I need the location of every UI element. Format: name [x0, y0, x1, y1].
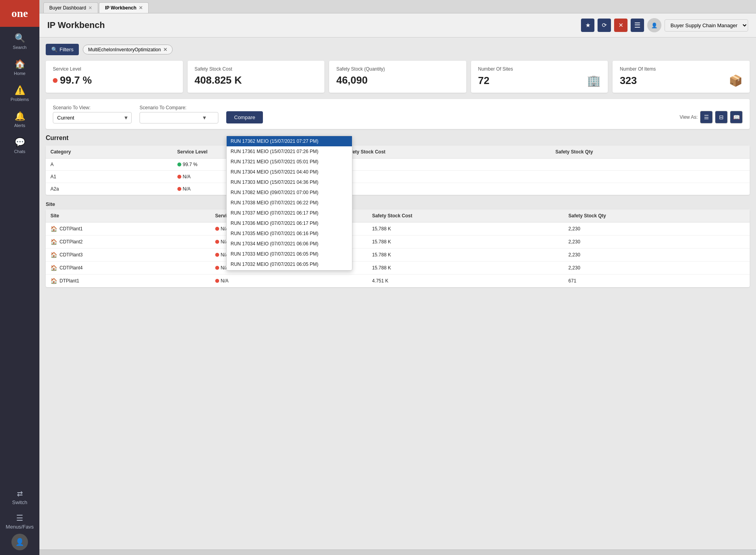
header-actions: ★ ⟳ ✕ ☰ 👤 Buyer Supply Chain Manager: [581, 18, 748, 32]
kpi-label: Number Of Items: [620, 66, 743, 72]
sidebar-item-menus[interactable]: ☰ Menus/Favs: [0, 509, 39, 534]
user-avatar-header[interactable]: 👤: [647, 18, 661, 32]
dropdown-item[interactable]: RUN 17037 MEIO (07/07/2021 06:17 PM): [227, 208, 352, 218]
active-filter-tag: MultiEchelonInventoryOptimization ✕: [83, 45, 173, 54]
scenario-compare-label: Scenario To Compare:: [140, 105, 218, 110]
star-button[interactable]: ★: [581, 19, 594, 32]
switch-label: Switch: [12, 499, 27, 505]
cell-safety-qty: [551, 183, 750, 195]
kpi-value: 323 📦: [620, 74, 743, 87]
cell-site: 🏠 CDTPlant4: [46, 262, 210, 275]
kpi-number: 408.825 K: [195, 74, 242, 86]
table-row: 🏠 CDTPlant4 N/A 15.788 K 2,230: [46, 262, 750, 275]
sidebar: one 🔍 Search 🏠 Home ⚠️ Problems 🔔 Alerts…: [0, 0, 39, 555]
cell-safety-qty: 2,230: [564, 235, 750, 249]
kpi-label: Safety Stock Cost: [195, 66, 318, 72]
menu-button[interactable]: ☰: [631, 19, 644, 32]
dropdown-item[interactable]: RUN 17031 MEIO (07/07/2021 06:04 PM): [227, 269, 352, 270]
dropdown-item[interactable]: RUN 17082 MEIO (09/07/2021 07:00 PM): [227, 187, 352, 198]
cell-site: 🏠 CDTPlant2: [46, 235, 210, 249]
user-avatar[interactable]: 👤: [11, 534, 28, 550]
filter-bar: 🔍 Filters MultiEchelonInventoryOptimizat…: [46, 44, 750, 55]
scenario-view-select[interactable]: Current: [53, 112, 132, 123]
refresh-button[interactable]: ⟳: [598, 19, 611, 32]
site-home-icon: 🏠: [50, 265, 57, 271]
dropdown-item[interactable]: RUN 17035 MEIO (07/07/2021 06:16 PM): [227, 228, 352, 239]
cell-safety-cost: 15.788 K: [367, 249, 564, 262]
site-table: Site Service Level Safety Stock Cost Saf…: [46, 209, 750, 287]
building-icon: 🏢: [587, 74, 601, 87]
view-list-button[interactable]: ☰: [700, 111, 713, 123]
status-dot: [215, 240, 219, 244]
tab-buyer-dashboard[interactable]: Buyer Dashboard ✕: [43, 2, 98, 13]
kpi-safety-stock-qty: Safety Stock (Quantity) 46,090: [329, 61, 466, 93]
scenario-bar: Scenario To View: Current ▼ Scenario To …: [46, 99, 750, 129]
app-logo[interactable]: one: [0, 0, 39, 27]
col-header-safety-qty: Safety Stock Qty: [551, 146, 750, 159]
cell-safety-cost: [341, 159, 551, 171]
dropdown-item[interactable]: RUN 17304 MEIO (15/07/2021 04:40 PM): [227, 167, 352, 177]
table-row: A1 N/A: [46, 171, 750, 183]
user-role-select[interactable]: Buyer Supply Chain Manager: [665, 19, 748, 32]
menus-label: Menus/Favs: [6, 524, 34, 530]
kpi-service-level: Service Level 99.7 %: [46, 61, 183, 93]
filter-label: Filters: [60, 47, 73, 52]
col-header-category: Category: [46, 146, 173, 159]
kpi-number: 323: [620, 75, 637, 87]
remove-filter-icon[interactable]: ✕: [163, 47, 168, 52]
filter-tag-label: MultiEchelonInventoryOptimization: [88, 47, 161, 52]
sidebar-item-switch[interactable]: ⇄ Switch: [0, 486, 39, 509]
dropdown-item[interactable]: RUN 17038 MEIO (07/07/2021 06:22 PM): [227, 198, 352, 208]
cell-safety-qty: 2,230: [564, 222, 750, 235]
dropdown-item[interactable]: RUN 17034 MEIO (07/07/2021 06:06 PM): [227, 239, 352, 249]
sidebar-item-label: Search: [13, 45, 27, 50]
horizontal-scrollbar[interactable]: [39, 549, 756, 555]
dropdown-item[interactable]: RUN 17303 MEIO (15/07/2021 04:36 PM): [227, 177, 352, 187]
kpi-value: 72 🏢: [478, 74, 601, 87]
tab-bar: Buyer Dashboard ✕ IP Workbench ✕: [39, 0, 756, 13]
compare-button[interactable]: Compare: [226, 111, 263, 123]
status-dot: [215, 227, 219, 231]
cell-safety-qty: [551, 159, 750, 171]
sidebar-item-search[interactable]: 🔍 Search: [0, 28, 39, 54]
dropdown-item[interactable]: RUN 17036 MEIO (07/07/2021 06:17 PM): [227, 218, 352, 228]
cell-safety-cost: [341, 171, 551, 183]
status-dot: [177, 163, 181, 166]
dropdown-item[interactable]: RUN 17033 MEIO (07/07/2021 06:05 PM): [227, 249, 352, 259]
main-content: Buyer Dashboard ✕ IP Workbench ✕ IP Work…: [39, 0, 756, 555]
table-row: 🏠 CDTPlant3 N/A 15.788 K 2,230: [46, 249, 750, 262]
cell-safety-cost: [341, 183, 551, 195]
dropdown-item[interactable]: RUN 17362 MEIO (15/07/2021 07:27 PM): [227, 136, 352, 146]
sidebar-bottom: ⇄ Switch ☰ Menus/Favs 👤: [0, 486, 39, 555]
dropdown-item[interactable]: RUN 17321 MEIO (15/07/2021 05:01 PM): [227, 157, 352, 167]
cell-site: 🏠 CDTPlant1: [46, 222, 210, 235]
view-book-button[interactable]: 📖: [730, 111, 743, 123]
dropdown-item[interactable]: RUN 17032 MEIO (07/07/2021 06:05 PM): [227, 259, 352, 269]
filters-button[interactable]: 🔍 Filters: [46, 44, 79, 55]
status-dot: [177, 187, 181, 191]
table-row: 🏠 DTPlant1 N/A 4.751 K 671: [46, 275, 750, 288]
status-dot: [215, 279, 219, 283]
col-header-site: Site: [46, 209, 210, 222]
close-tab-icon[interactable]: ✕: [88, 6, 92, 10]
dropdown-item[interactable]: RUN 17361 MEIO (15/07/2021 07:26 PM): [227, 146, 352, 157]
kpi-label: Number Of Sites: [478, 66, 601, 72]
status-dot-red: [53, 78, 58, 83]
sidebar-item-alerts[interactable]: 🔔 Alerts: [0, 107, 39, 133]
switch-icon: ⇄: [17, 490, 23, 498]
sidebar-item-problems[interactable]: ⚠️ Problems: [0, 80, 39, 107]
close-tab-icon[interactable]: ✕: [139, 6, 143, 10]
workspace: 🔍 Filters MultiEchelonInventoryOptimizat…: [39, 37, 756, 549]
sidebar-item-home[interactable]: 🏠 Home: [0, 54, 39, 80]
sidebar-item-chats[interactable]: 💬 Chats: [0, 133, 39, 159]
view-grid-button[interactable]: ⊟: [715, 111, 728, 123]
cell-category: A2a: [46, 183, 173, 195]
scenario-compare-dropdown[interactable]: ▼: [140, 112, 218, 123]
scenario-view-label: Scenario To View:: [53, 105, 132, 110]
scenario-compare-dropdown-list: RUN 17362 MEIO (15/07/2021 07:27 PM)RUN …: [226, 136, 352, 271]
scenario-view-group: Scenario To View: Current ▼: [53, 105, 132, 123]
tab-ip-workbench[interactable]: IP Workbench ✕: [99, 2, 149, 13]
sidebar-item-label: Alerts: [14, 123, 25, 128]
close-button[interactable]: ✕: [614, 19, 628, 32]
cell-safety-qty: 671: [564, 275, 750, 288]
